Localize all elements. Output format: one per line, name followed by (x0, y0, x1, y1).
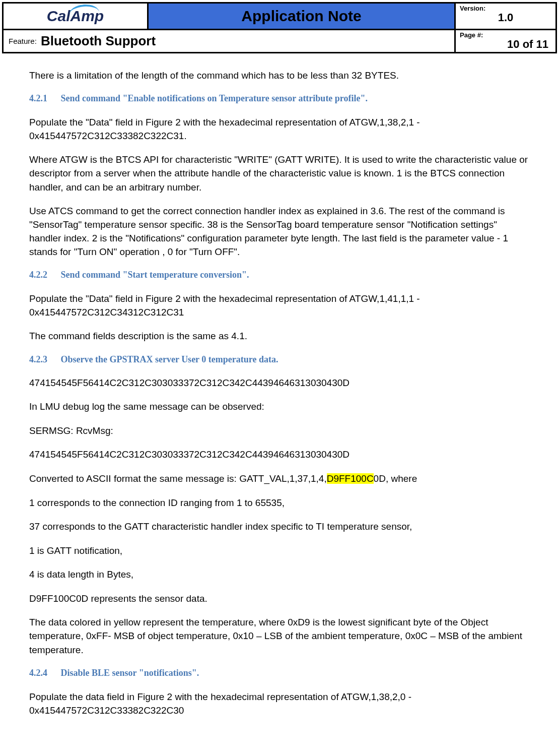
logo-cell: CalAmp (4, 4, 149, 29)
header-row-1: CalAmp Application Note Version: 1.0 (4, 4, 555, 29)
heading-4-2-4: 4.2.4 Disable BLE sensor "notifications"… (29, 667, 530, 680)
doc-title: Application Note (149, 4, 456, 29)
feature-label: Feature: (9, 37, 37, 45)
highlighted-hex: D9FF100C (327, 473, 374, 484)
heading-text: Send command "Start temperature conversi… (61, 270, 249, 280)
heading-text: Send command "Enable notifications on Te… (61, 93, 368, 103)
intro-paragraph: There is a limitation of the length of t… (29, 69, 530, 82)
dbg-l4a: Converted to ASCII format the same messa… (29, 473, 327, 484)
dbg-l4b: 0D, where (374, 473, 417, 484)
debug-log-block: In LMU debug log the same message can be… (29, 400, 530, 605)
hex-string-1: 474154545F56414C2C312C303033372C312C342C… (29, 376, 530, 390)
p-421-3: Use ATCS command to get the correct conn… (29, 204, 530, 259)
p-424-1: Populate the data field in Figure 2 with… (29, 690, 530, 717)
heading-num: 4.2.3 (29, 353, 58, 366)
dbg-l3: 474154545F56414C2C312C303033372C312C342C… (29, 448, 530, 462)
heading-4-2-2: 4.2.2 Send command "Start temperature co… (29, 269, 530, 282)
heading-num: 4.2.1 (29, 92, 58, 105)
dbg-l9: D9FF100C0D represents the sensor data. (29, 592, 530, 606)
version-value: 1.0 (460, 11, 551, 24)
calamp-logo: CalAmp (47, 8, 104, 25)
page-value: 10 of 11 (460, 38, 551, 51)
heading-4-2-3: 4.2.3 Observe the GPSTRAX server User 0 … (29, 353, 530, 366)
page-frame: CalAmp Application Note Version: 1.0 Fea… (2, 2, 557, 53)
document-body: There is a limitation of the length of t… (0, 53, 559, 717)
p-422-2: The command fields description is the sa… (29, 329, 530, 343)
p-423-after: The data colored in yellow represent the… (29, 615, 530, 656)
header-row-2: Feature: Bluetooth Support Page #: 10 of… (4, 29, 555, 52)
dbg-l2: SERMSG: RcvMsg: (29, 424, 530, 438)
heading-4-2-1: 4.2.1 Send command "Enable notifications… (29, 92, 530, 105)
heading-num: 4.2.2 (29, 269, 58, 282)
dbg-l5: 1 corresponds to the connection ID rangi… (29, 496, 530, 510)
p-421-1: Populate the "Data" field in Figure 2 wi… (29, 115, 530, 143)
dbg-l7: 1 is GATT notification, (29, 544, 530, 558)
p-422-1: Populate the "Data" field in Figure 2 wi… (29, 292, 530, 319)
p-421-2: Where ATGW is the BTCS API for character… (29, 153, 530, 194)
heading-text: Observe the GPSTRAX server User 0 temper… (61, 354, 278, 364)
feature-cell: Feature: Bluetooth Support (4, 30, 456, 52)
dbg-l1: In LMU debug log the same message can be… (29, 400, 530, 414)
version-cell: Version: 1.0 (456, 4, 555, 29)
heading-num: 4.2.4 (29, 667, 58, 680)
heading-text: Disable BLE sensor "notifications". (61, 668, 199, 678)
dbg-l6: 37 corresponds to the GATT characteristi… (29, 520, 530, 534)
dbg-l8: 4 is data length in Bytes, (29, 568, 530, 582)
feature-value: Bluetooth Support (41, 33, 156, 49)
pagenum-cell: Page #: 10 of 11 (456, 30, 555, 52)
dbg-l4: Converted to ASCII format the same messa… (29, 472, 530, 486)
